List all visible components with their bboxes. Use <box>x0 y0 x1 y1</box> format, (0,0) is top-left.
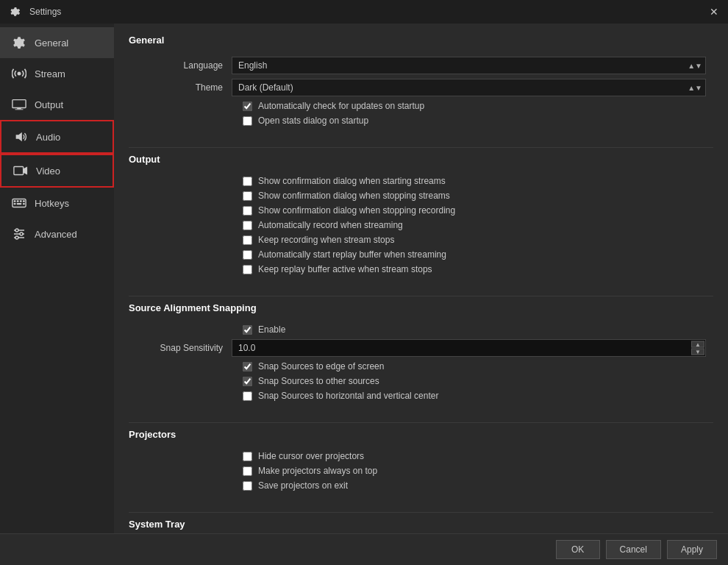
sidebar-label-stream: Stream <box>35 68 65 79</box>
window-title: Settings <box>29 7 61 17</box>
keep-replay-checkbox[interactable] <box>243 265 252 274</box>
confirm-start-checkbox[interactable] <box>243 177 252 186</box>
svg-rect-5 <box>14 167 24 175</box>
titlebar: Settings ✕ <box>0 0 728 24</box>
svg-point-16 <box>20 232 23 235</box>
snap-edge-row: Snap Sources to edge of screen <box>136 361 706 372</box>
snapping-section: Source Alignment Snapping Enable Snap Se… <box>129 302 713 416</box>
settings-window: Settings ✕ General <box>0 0 728 565</box>
sidebar-item-advanced[interactable]: Advanced <box>0 218 114 249</box>
sidebar-item-general[interactable]: General <box>0 27 114 58</box>
svg-rect-8 <box>14 200 16 202</box>
sensitivity-row: Snap Sensitivity ▲ ▼ <box>136 339 706 357</box>
theme-row: Theme Dark (Default) ▲▼ <box>136 79 706 96</box>
gear-icon <box>11 35 27 51</box>
sidebar-label-output: Output <box>35 99 63 110</box>
sidebar-label-audio: Audio <box>36 132 60 143</box>
snap-enable-row: Enable <box>136 324 706 335</box>
sidebar-item-stream[interactable]: Stream <box>0 58 114 89</box>
advanced-icon <box>11 226 27 242</box>
theme-select[interactable]: Dark (Default) <box>232 79 706 96</box>
sidebar-item-video[interactable]: Video <box>0 154 114 188</box>
sensitivity-down-arrow[interactable]: ▼ <box>691 349 704 355</box>
confirm-start-label: Show confirmation dialog when starting s… <box>258 176 446 186</box>
sensitivity-spinbox-wrapper: ▲ ▼ <box>232 339 706 357</box>
auto-update-row: Automatically check for updates on start… <box>136 101 706 111</box>
always-on-top-checkbox[interactable] <box>243 466 252 476</box>
snap-sources-checkbox[interactable] <box>243 377 252 386</box>
always-on-top-label: Make projectors always on top <box>258 466 377 476</box>
open-stats-checkbox[interactable] <box>243 116 252 126</box>
snap-center-row: Snap Sources to horizontal and vertical … <box>136 391 706 401</box>
auto-update-checkbox[interactable] <box>243 102 252 111</box>
save-projectors-checkbox[interactable] <box>243 481 252 491</box>
keep-replay-row: Keep replay buffer active when stream st… <box>136 264 706 274</box>
auto-record-checkbox[interactable] <box>243 221 252 230</box>
general-section-content: Language English ▲▼ Theme <box>129 57 713 141</box>
confirm-stop-stream-label: Show confirmation dialog when stopping s… <box>258 191 450 201</box>
language-row: Language English ▲▼ <box>136 57 706 74</box>
sidebar-item-output[interactable]: Output <box>0 89 114 120</box>
projectors-section: Projectors Hide cursor over projectors M… <box>129 429 713 506</box>
svg-point-0 <box>18 72 21 76</box>
svg-rect-9 <box>17 200 19 202</box>
open-stats-row: Open stats dialog on startup <box>136 116 706 126</box>
close-button[interactable]: ✕ <box>707 5 721 18</box>
apply-button[interactable]: Apply <box>667 540 717 559</box>
svg-point-15 <box>15 229 18 232</box>
svg-rect-1 <box>13 100 26 108</box>
divider-2 <box>129 296 713 296</box>
auto-replay-checkbox[interactable] <box>243 250 252 260</box>
projectors-section-content: Hide cursor over projectors Make project… <box>129 451 713 506</box>
divider-3 <box>129 422 713 423</box>
hide-cursor-checkbox[interactable] <box>243 452 252 461</box>
snapping-section-title: Source Alignment Snapping <box>129 302 713 317</box>
theme-label: Theme <box>136 82 232 93</box>
titlebar-left: Settings <box>7 4 61 20</box>
sidebar-label-video: Video <box>36 166 60 177</box>
theme-select-wrapper: Dark (Default) ▲▼ <box>232 79 706 96</box>
sensitivity-up-arrow[interactable]: ▲ <box>691 341 704 348</box>
hide-cursor-row: Hide cursor over projectors <box>136 451 706 461</box>
sidebar-item-audio[interactable]: Audio <box>0 120 114 154</box>
snap-sources-label: Snap Sources to other sources <box>258 376 379 386</box>
language-select[interactable]: English <box>232 57 706 74</box>
cancel-button[interactable]: Cancel <box>606 540 661 559</box>
svg-rect-10 <box>20 200 22 202</box>
hide-cursor-label: Hide cursor over projectors <box>258 451 364 461</box>
snap-center-checkbox[interactable] <box>243 391 252 401</box>
snap-edge-checkbox[interactable] <box>243 362 252 372</box>
window-icon <box>7 4 24 20</box>
main-content: General Stream <box>0 24 728 533</box>
general-section: General Language English ▲▼ <box>129 35 713 141</box>
always-on-top-row: Make projectors always on top <box>136 466 706 476</box>
keep-recording-row: Keep recording when stream stops <box>136 235 706 245</box>
sensitivity-input[interactable] <box>232 339 706 357</box>
auto-replay-label: Automatically start replay buffer when s… <box>258 249 446 260</box>
sidebar-item-hotkeys[interactable]: Hotkeys <box>0 188 114 218</box>
stream-icon <box>11 65 27 82</box>
language-select-wrapper: English ▲▼ <box>232 57 706 74</box>
auto-replay-row: Automatically start replay buffer when s… <box>136 249 706 260</box>
auto-update-label: Automatically check for updates on start… <box>258 101 424 111</box>
auto-record-label: Automatically record when streaming <box>258 220 403 230</box>
auto-record-row: Automatically record when streaming <box>136 220 706 230</box>
confirm-stop-rec-row: Show confirmation dialog when stopping r… <box>136 205 706 216</box>
snap-edge-label: Snap Sources to edge of screen <box>258 361 384 372</box>
snap-enable-checkbox[interactable] <box>243 325 252 335</box>
sidebar-label-general: General <box>35 38 68 49</box>
divider-4 <box>129 512 713 513</box>
sidebar: General Stream <box>0 24 114 533</box>
language-label: Language <box>136 60 232 71</box>
sensitivity-arrows: ▲ ▼ <box>691 341 704 355</box>
ok-button[interactable]: OK <box>556 540 600 559</box>
keep-replay-label: Keep replay buffer active when stream st… <box>258 264 432 274</box>
audio-icon <box>13 129 29 145</box>
snap-center-label: Snap Sources to horizontal and vertical … <box>258 391 438 401</box>
confirm-stop-stream-checkbox[interactable] <box>243 191 252 201</box>
confirm-stop-rec-checkbox[interactable] <box>243 206 252 216</box>
systray-section: System Tray Enable Minimize to system tr… <box>129 519 713 533</box>
keep-recording-label: Keep recording when stream stops <box>258 235 394 245</box>
output-section: Output Show confirmation dialog when sta… <box>129 154 713 290</box>
keep-recording-checkbox[interactable] <box>243 235 252 245</box>
